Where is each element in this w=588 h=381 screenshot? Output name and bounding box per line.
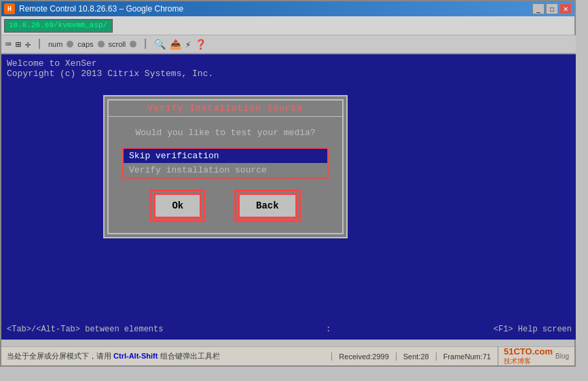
status-text-after: 组合键弹出工具栏: [160, 352, 220, 360]
status-shortcut: Ctrl-Alt-Shift: [113, 352, 158, 360]
power-icon[interactable]: ⚡: [185, 39, 191, 50]
help-sep1: :: [326, 325, 331, 334]
separator2: |: [142, 38, 149, 50]
close-button[interactable]: ✕: [559, 3, 572, 14]
back-button[interactable]: Back: [238, 193, 297, 219]
received-stat: Received:2999: [331, 352, 395, 361]
terminal-content: Welcome to XenSer Copyright (c) 2013 Cit…: [1, 54, 577, 337]
option-skip-verification[interactable]: Skip verification: [124, 149, 327, 163]
framenum-stat: FrameNum:71: [436, 352, 498, 361]
remote-control-window: H Remote Control 10.8.26.63 – Google Chr…: [0, 0, 576, 367]
search-icon[interactable]: 🔍: [154, 39, 166, 50]
dialog-body: Would you like to test your media? Skip …: [109, 117, 342, 233]
caps-label: caps: [77, 40, 93, 48]
app-icon-letter: H: [7, 5, 12, 13]
options-list[interactable]: Skip verification Verify installation so…: [122, 147, 329, 179]
keyboard-icon: ⌨: [5, 39, 11, 50]
header-line1: Welcome to XenSer: [7, 58, 572, 69]
terminal-help-bar: <Tab>/<Alt-Tab> between elements : <F1> …: [1, 322, 577, 337]
num-label: num: [48, 40, 62, 48]
status-text-before: 当处于全屏或分屏模式下，请用: [7, 352, 111, 360]
ok-button[interactable]: Ok: [153, 193, 202, 219]
scroll-label: scroll: [109, 40, 126, 48]
separator1: |: [36, 38, 43, 50]
move-icon: ✛: [25, 39, 31, 50]
back-button-wrap: Back: [234, 189, 301, 222]
option-verify-label: Verify installation source: [129, 165, 267, 175]
status-main-text: 当处于全屏或分屏模式下，请用 Ctrl-Alt-Shift 组合键弹出工具栏: [1, 351, 331, 361]
option-skip-label: Skip verification: [129, 151, 219, 161]
window-controls: _ □ ✕: [532, 3, 572, 14]
window-title: Remote Control 10.8.26.63 – Google Chrom…: [19, 4, 528, 14]
minimize-button[interactable]: _: [532, 3, 545, 14]
app-icon: H: [4, 3, 15, 14]
terminal-area: ⌨ ⊞ ✛ | num caps scroll | 🔍 📤 ⚡ ❓ Welcom…: [1, 35, 577, 340]
browser-toolbar: 10.8.26.69/kvmvmm_asp/: [1, 16, 574, 35]
logo-blog-label: Blog: [555, 352, 569, 360]
num-led: [67, 41, 73, 48]
maximize-button[interactable]: □: [546, 3, 558, 14]
option-verify-source[interactable]: Verify installation source: [124, 163, 327, 177]
logo-area: 51CTO.com 技术博客 Blog: [498, 346, 574, 366]
dialog-question: Would you like to test your media?: [122, 128, 329, 138]
kvm-toolbar: ⌨ ⊞ ✛ | num caps scroll | 🔍 📤 ⚡ ❓: [1, 35, 577, 54]
upload-icon[interactable]: 📤: [170, 39, 181, 50]
verify-installation-dialog: Verify Installation Source Would you lik…: [103, 95, 348, 238]
right-panel: [576, 0, 588, 367]
caps-led: [98, 41, 105, 48]
logo-tech-blog: 技术博客: [504, 357, 553, 366]
status-stats: Received:2999 Sent:28 FrameNum:71: [331, 352, 498, 361]
ok-button-wrap: Ok: [150, 189, 205, 222]
app-status-bar: 当处于全屏或分屏模式下，请用 Ctrl-Alt-Shift 组合键弹出工具栏 R…: [1, 346, 574, 365]
title-bar: H Remote Control 10.8.26.63 – Google Chr…: [1, 1, 574, 16]
dialog-buttons: Ok Back: [122, 189, 329, 222]
help-icon[interactable]: ❓: [195, 39, 206, 50]
scroll-led: [130, 41, 136, 48]
sent-stat: Sent:28: [396, 352, 436, 361]
help-left: <Tab>/<Alt-Tab> between elements: [7, 325, 163, 334]
help-right: <F1> Help screen: [494, 325, 572, 334]
dialog-title: Verify Installation Source: [109, 101, 342, 117]
dialog-inner-border: Verify Installation Source Would you lik…: [107, 99, 344, 234]
logo-51cto: 51CTO.com: [504, 346, 553, 357]
terminal-header: Welcome to XenSer Copyright (c) 2013 Cit…: [7, 58, 572, 79]
screen-icon: ⊞: [15, 39, 20, 50]
header-line2: Copyright (c) 2013 Citrix Systems, Inc.: [7, 69, 572, 79]
address-bar[interactable]: 10.8.26.69/kvmvmm_asp/: [4, 19, 113, 33]
